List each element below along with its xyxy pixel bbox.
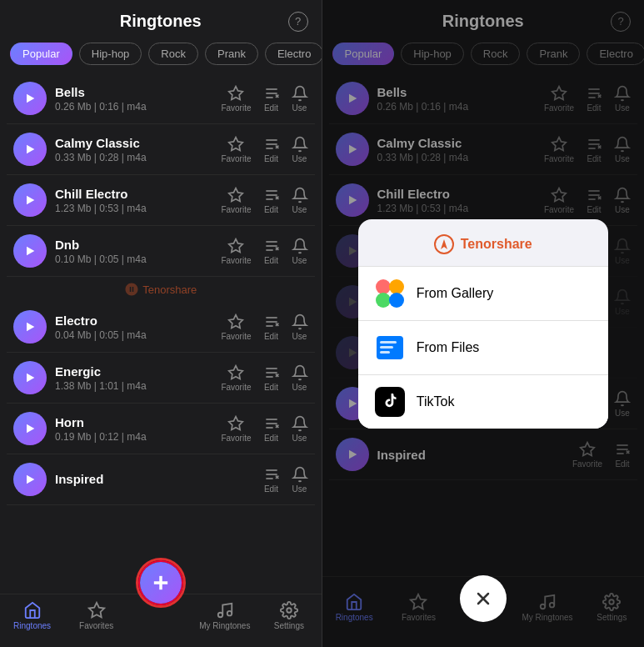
edit-calmy-left[interactable]: Edit xyxy=(263,136,280,163)
svg-point-106 xyxy=(376,293,391,308)
use-calmy-left[interactable]: Use xyxy=(292,136,308,163)
svg-rect-109 xyxy=(380,341,397,344)
play-bells-left[interactable] xyxy=(13,82,47,115)
svg-marker-35 xyxy=(27,374,34,383)
play-calmy-left[interactable] xyxy=(13,133,47,166)
song-actions-dnb-left: Favorite Edit Use xyxy=(221,238,307,265)
modal-option-gallery[interactable]: From Gallery xyxy=(358,266,608,320)
song-meta-bells-left: 0.26 Mb | 0:16 | m4a xyxy=(55,101,212,113)
filter-popular-left[interactable]: Popular xyxy=(10,43,72,65)
use-inspired-left[interactable]: Use xyxy=(292,466,308,494)
song-actions-horn-left: Favorite Edit Use xyxy=(221,415,307,443)
svg-marker-14 xyxy=(27,196,34,205)
favorite-electro-left[interactable]: Favorite xyxy=(221,313,251,341)
favorite-chill-left[interactable]: Favorite xyxy=(221,187,251,214)
favorite-horn-left[interactable]: Favorite xyxy=(221,415,251,443)
use-electro-left[interactable]: Use xyxy=(292,313,308,341)
song-item-horn-left: Horn 0.19 Mb | 0:12 | m4a Favorite Edit … xyxy=(7,404,315,454)
nav-myringtones-left[interactable]: My Ringtones xyxy=(192,601,257,630)
use-chill-left[interactable]: Use xyxy=(292,187,308,214)
watermark-left: Tenorshare xyxy=(7,277,315,302)
nav-settings-left[interactable]: Settings xyxy=(257,601,321,630)
svg-marker-55 xyxy=(88,603,103,617)
use-energic-left[interactable]: Use xyxy=(292,364,308,392)
right-panel: Ringtones ? Popular Hip-hop Rock Prank E… xyxy=(322,0,645,647)
song-item-inspired-left: Inspired Edit Use xyxy=(7,454,315,505)
song-actions-bells-left: Favorite Edit Use xyxy=(221,85,307,113)
song-item-calmy-left: Calmy Classic 0.33 Mb | 0:28 | m4a Favor… xyxy=(7,124,315,175)
svg-marker-15 xyxy=(229,188,243,201)
song-item-chill-left: Chill Electro 1.23 Mb | 0:53 | m4a Favor… xyxy=(7,175,315,226)
song-info-dnb-left: Dnb 0.10 Mb | 0:05 | m4a xyxy=(55,238,212,265)
svg-marker-43 xyxy=(229,416,243,429)
files-label: From Files xyxy=(417,340,480,355)
play-inspired-left[interactable] xyxy=(13,463,47,496)
edit-inspired-left[interactable]: Edit xyxy=(263,466,280,494)
song-info-horn-left: Horn 0.19 Mb | 0:12 | m4a xyxy=(55,415,212,443)
bottom-nav-left: Ringtones Favorites My Ringtones Setting… xyxy=(0,594,322,647)
svg-rect-110 xyxy=(380,346,393,349)
edit-dnb-left[interactable]: Edit xyxy=(263,238,280,265)
favorite-calmy-left[interactable]: Favorite xyxy=(221,136,251,163)
help-button[interactable]: ? xyxy=(288,12,308,32)
song-item-electro-left: Electro 0.04 Mb | 0:05 | m4a Favorite Ed… xyxy=(7,302,315,353)
svg-point-105 xyxy=(389,279,404,294)
tiktok-icon xyxy=(375,387,405,417)
svg-point-60 xyxy=(287,608,292,613)
song-info-electro-left: Electro 0.04 Mb | 0:05 | m4a xyxy=(55,313,212,341)
use-dnb-left[interactable]: Use xyxy=(292,238,308,265)
nav-favorites-left[interactable]: Favorites xyxy=(64,601,128,630)
song-item-bells-left: Bells 0.26 Mb | 0:16 | m4a Favorite Edit… xyxy=(7,73,315,124)
filter-electro-left[interactable]: Electro xyxy=(265,43,322,65)
play-electro-left[interactable] xyxy=(13,310,47,344)
song-actions-energic-left: Favorite Edit Use xyxy=(221,364,307,392)
favorite-dnb-left[interactable]: Favorite xyxy=(221,238,251,265)
play-chill-left[interactable] xyxy=(13,183,47,217)
song-name-bells-left: Bells xyxy=(55,85,212,99)
filter-tabs-left: Popular Hip-hop Rock Prank Electro xyxy=(0,38,322,73)
favorite-bells-left[interactable]: Favorite xyxy=(221,85,251,113)
play-energic-left[interactable] xyxy=(13,361,47,394)
svg-point-58 xyxy=(218,613,223,618)
svg-point-104 xyxy=(376,279,391,294)
modal-option-files[interactable]: From Files xyxy=(358,320,608,374)
filter-hiphop-left[interactable]: Hip-hop xyxy=(79,43,142,65)
use-horn-left[interactable]: Use xyxy=(292,415,308,443)
favorite-energic-left[interactable]: Favorite xyxy=(221,364,251,392)
modal-header: Tenorshare xyxy=(358,219,608,266)
song-item-dnb-left: Dnb 0.10 Mb | 0:05 | m4a Favorite Edit U… xyxy=(7,226,315,277)
play-dnb-left[interactable] xyxy=(13,234,47,268)
song-info-chill-left: Chill Electro 1.23 Mb | 0:53 | m4a xyxy=(55,187,212,214)
svg-marker-8 xyxy=(229,137,243,150)
close-modal-button[interactable] xyxy=(460,575,507,622)
svg-marker-36 xyxy=(229,365,243,379)
modal-option-tiktok[interactable]: TikTok xyxy=(358,374,608,429)
song-info-inspired-left: Inspired xyxy=(55,472,255,488)
filter-prank-left[interactable]: Prank xyxy=(205,43,258,65)
nav-ringtones-left[interactable]: Ringtones xyxy=(0,601,64,630)
edit-energic-left[interactable]: Edit xyxy=(263,364,280,392)
edit-bells-left[interactable]: Edit xyxy=(263,85,280,113)
edit-horn-left[interactable]: Edit xyxy=(263,415,280,443)
left-header: Ringtones ? xyxy=(0,0,322,38)
left-panel: Ringtones ? Popular Hip-hop Rock Prank E… xyxy=(0,0,322,647)
song-info-energic-left: Energic 1.38 Mb | 1:01 | m4a xyxy=(55,364,212,392)
filter-rock-left[interactable]: Rock xyxy=(148,43,198,65)
svg-marker-28 xyxy=(27,323,34,332)
files-icon xyxy=(375,333,405,363)
edit-electro-left[interactable]: Edit xyxy=(263,313,280,341)
modal-sheet: Tenorshare From Gallery xyxy=(358,219,608,429)
modal-backdrop[interactable]: Tenorshare From Gallery xyxy=(322,0,645,647)
gallery-label: From Gallery xyxy=(417,286,493,301)
svg-marker-7 xyxy=(27,145,34,154)
song-item-energic-left: Energic 1.38 Mb | 1:01 | m4a Favorite Ed… xyxy=(7,353,315,404)
tenorshare-logo-icon xyxy=(434,234,454,254)
song-actions-calmy-left: Favorite Edit Use xyxy=(221,136,307,163)
song-info-calmy-left: Calmy Classic 0.33 Mb | 0:28 | m4a xyxy=(55,136,212,163)
tiktok-label: TikTok xyxy=(417,394,455,409)
play-horn-left[interactable] xyxy=(13,412,47,445)
edit-chill-left[interactable]: Edit xyxy=(263,187,280,214)
use-bells-left[interactable]: Use xyxy=(292,85,308,113)
svg-point-59 xyxy=(227,611,232,616)
song-actions-chill-left: Favorite Edit Use xyxy=(221,187,307,214)
